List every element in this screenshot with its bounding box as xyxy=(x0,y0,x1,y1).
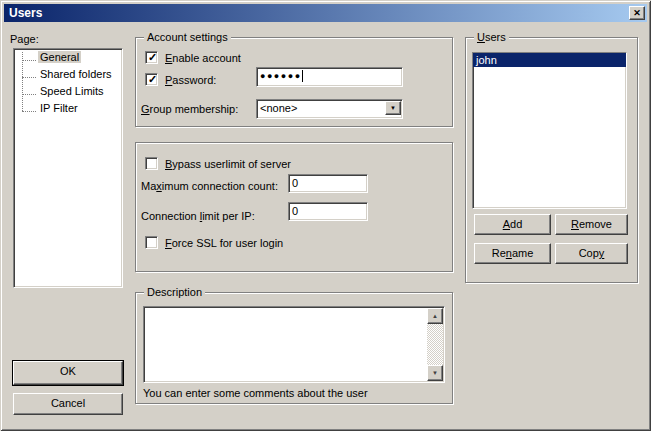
title-bar[interactable]: Users ✕ xyxy=(4,4,647,22)
scroll-down-button[interactable]: ▼ xyxy=(427,365,443,381)
tree-item-general[interactable]: General xyxy=(22,51,120,67)
tree-item-shared-folders[interactable]: Shared folders xyxy=(22,68,120,84)
copy-user-button[interactable]: Copy xyxy=(555,243,628,264)
check-icon: ✓ xyxy=(146,50,159,65)
users-list[interactable]: john xyxy=(472,52,627,209)
group-membership-value: <none> xyxy=(260,102,297,114)
group-membership-select[interactable]: <none> ▼ xyxy=(256,99,403,119)
tree-branch-icon xyxy=(22,104,36,112)
arrow-down-icon: ▼ xyxy=(432,370,438,376)
users-dialog: Users ✕ Page: General Shared folders Spe… xyxy=(0,0,651,431)
add-user-button[interactable]: Add xyxy=(474,214,551,235)
page-label: Page: xyxy=(10,33,39,45)
group-membership-label: Group membership: xyxy=(141,103,238,115)
tree-item-label: IP Filter xyxy=(38,102,80,114)
ip-limit-label: Connection limit per IP: xyxy=(141,210,255,222)
close-icon: ✕ xyxy=(633,8,641,18)
ok-button[interactable]: OK xyxy=(13,361,123,385)
dropdown-button[interactable]: ▼ xyxy=(385,101,401,115)
tree-branch-icon xyxy=(22,87,36,95)
cancel-button[interactable]: Cancel xyxy=(13,393,123,415)
tree-item-label: Speed Limits xyxy=(38,85,106,97)
bypass-userlimit-label: Bypass userlimit of server xyxy=(165,158,291,170)
scroll-up-button[interactable]: ▲ xyxy=(427,308,443,324)
tree-branch-icon xyxy=(22,70,36,78)
text-caret xyxy=(302,70,303,82)
description-caption: You can enter some comments about the us… xyxy=(143,387,368,399)
password-checkbox[interactable]: ✓ xyxy=(145,73,158,86)
max-connections-input[interactable]: 0 xyxy=(288,174,368,193)
force-ssl-label: Force SSL for user login xyxy=(165,237,283,249)
page-tree[interactable]: General Shared folders Speed Limits IP F… xyxy=(13,48,123,288)
password-value: ●●●●●● xyxy=(260,71,302,81)
enable-account-checkbox[interactable]: ✓ xyxy=(145,51,158,64)
description-value xyxy=(146,309,426,380)
password-input[interactable]: ●●●●●● xyxy=(256,67,403,87)
tree-item-speed-limits[interactable]: Speed Limits xyxy=(22,85,120,101)
description-title: Description xyxy=(144,286,205,299)
account-settings-title: Account settings xyxy=(144,31,231,44)
max-connections-label: Maximum connection count: xyxy=(141,180,278,192)
description-textarea[interactable]: ▲ ▼ xyxy=(143,306,445,383)
force-ssl-checkbox[interactable] xyxy=(145,236,158,249)
tree-item-ip-filter[interactable]: IP Filter xyxy=(22,102,120,118)
tree-branch-icon xyxy=(22,53,36,61)
password-label: Password: xyxy=(165,74,216,86)
tree-item-label: Shared folders xyxy=(38,68,114,80)
check-icon: ✓ xyxy=(146,72,159,87)
rename-user-button[interactable]: Rename xyxy=(474,243,551,264)
enable-account-label: Enable account xyxy=(165,52,241,64)
description-scrollbar[interactable]: ▲ ▼ xyxy=(427,308,443,381)
remove-user-button[interactable]: Remove xyxy=(555,214,628,235)
chevron-down-icon: ▼ xyxy=(390,105,396,111)
users-group-title: Users xyxy=(474,31,509,44)
arrow-up-icon: ▲ xyxy=(432,313,438,319)
tree-item-label: General xyxy=(38,51,81,63)
bypass-userlimit-checkbox[interactable] xyxy=(145,157,158,170)
user-list-item[interactable]: john xyxy=(473,53,626,67)
window-title: Users xyxy=(9,6,42,20)
close-button[interactable]: ✕ xyxy=(629,6,645,20)
ip-limit-input[interactable]: 0 xyxy=(288,202,368,221)
